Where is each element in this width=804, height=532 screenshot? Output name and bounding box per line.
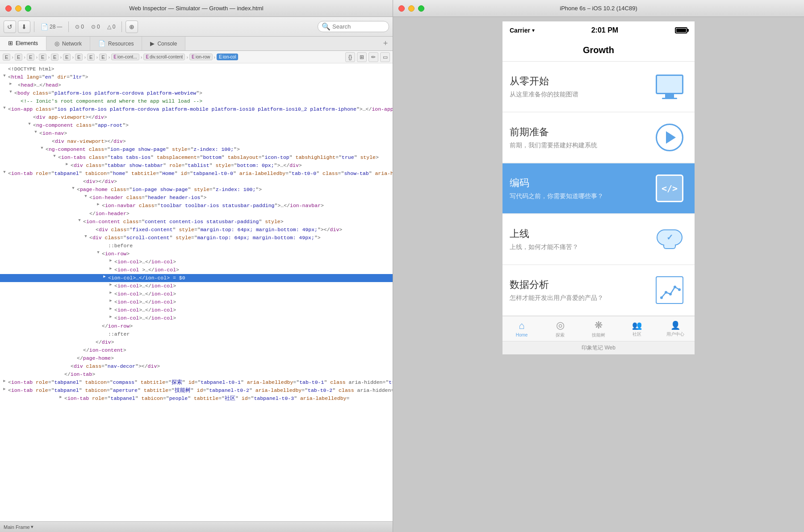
collapse-toggle[interactable]: ▶ xyxy=(58,395,63,400)
download-button[interactable]: ⬇ xyxy=(18,21,30,33)
code-line[interactable]: <!-- Ionic's root component and where th… xyxy=(0,97,393,105)
collapse-toggle[interactable]: ▼ xyxy=(8,89,13,95)
collapse-toggle[interactable]: ▶ xyxy=(108,306,113,312)
code-line[interactable]: </ion-header> xyxy=(0,210,393,218)
code-line[interactable]: <div app-viewport></div> xyxy=(0,113,393,121)
code-line[interactable]: ▼ <ion-tabs class="tabs tabs-ios" tabspl… xyxy=(0,154,393,162)
collapse-toggle[interactable]: ▼ xyxy=(33,129,38,135)
pencil-button[interactable]: ✏ xyxy=(368,52,378,62)
breadcrumb-item-7[interactable]: E xyxy=(87,54,95,61)
add-tab-button[interactable]: + xyxy=(378,37,393,50)
code-line[interactable]: ▼ <ion-content class="content content-io… xyxy=(0,218,393,226)
collapse-toggle[interactable]: ▼ xyxy=(83,194,88,199)
collapse-toggle[interactable]: ▶ xyxy=(108,266,113,271)
collapse-toggle[interactable]: ▼ xyxy=(83,234,88,239)
code-line[interactable]: <div class="fixed-content" style="margin… xyxy=(0,226,393,234)
collapse-toggle[interactable]: ▶ xyxy=(64,162,70,167)
code-line[interactable]: ▶ <div class="tabbar show-tabbar" role="… xyxy=(0,162,393,170)
tab-resources[interactable]: 📄 Resources xyxy=(90,37,142,50)
tab-elements[interactable]: ⊞ Elements xyxy=(0,37,46,50)
breadcrumb-item-1[interactable]: E xyxy=(15,54,22,61)
breadcrumb-item-6[interactable]: E xyxy=(75,54,83,61)
collapse-toggle[interactable]: ▶ xyxy=(108,298,113,303)
dropdown-chevron[interactable]: ▾ xyxy=(31,524,34,530)
collapse-toggle[interactable]: ▼ xyxy=(71,186,76,191)
code-line[interactable]: ▼ <ion-app class="ios platform-ios platf… xyxy=(0,105,393,113)
collapse-toggle[interactable]: ▼ xyxy=(77,218,82,223)
collapse-toggle[interactable]: ▶ xyxy=(108,282,113,287)
code-line[interactable]: ▼ <ion-nav> xyxy=(0,129,393,137)
code-line[interactable]: ::after xyxy=(0,330,393,338)
code-line[interactable]: ▼ <ng-component class="app-root"> xyxy=(0,121,393,129)
collapse-toggle[interactable]: ▶ xyxy=(108,290,113,295)
selected-code-line[interactable]: ▶ <ion-col>…</ion-col> = $0 xyxy=(0,274,393,282)
code-line[interactable]: <div></div> xyxy=(0,178,393,186)
code-line[interactable]: </page-home> xyxy=(0,354,393,362)
collapse-toggle[interactable]: ▶ xyxy=(96,202,101,207)
collapse-toggle[interactable]: ▶ xyxy=(2,378,7,384)
code-line[interactable]: ▼ <ion-tab role="tabpanel" tabicon="home… xyxy=(0,170,393,178)
code-line[interactable]: ▶ <ion-col>…</ion-col> xyxy=(0,306,393,314)
course-card-3[interactable]: 上线 上线，如何才能不痛苦？ ✓ xyxy=(502,214,695,264)
collapse-toggle[interactable]: ▼ xyxy=(2,105,7,111)
tab-skilltree[interactable]: ❋ 技能树 xyxy=(579,316,618,341)
breadcrumb-item-4[interactable]: E xyxy=(51,54,59,61)
breadcrumb-item-2[interactable]: E xyxy=(27,54,34,61)
code-line[interactable]: ▼ <page-home class="ion-page show-page" … xyxy=(0,186,393,194)
code-line[interactable]: ▶ <ion-col>…</ion-col> xyxy=(0,290,393,298)
code-line[interactable]: <div class="nav-decor"></div> xyxy=(0,362,393,370)
reload-button[interactable]: ↺ xyxy=(4,21,16,33)
code-line[interactable]: ::before xyxy=(0,242,393,250)
breadcrumb-item-0[interactable]: E xyxy=(3,54,10,61)
tab-network[interactable]: ◎ Network xyxy=(46,37,90,50)
collapse-toggle[interactable]: ▶ xyxy=(108,258,113,263)
code-line[interactable]: ▶ <ion-tab role="tabpanel" tabicon="aper… xyxy=(0,387,393,395)
collapse-toggle[interactable]: ▼ xyxy=(39,145,45,151)
tab-console[interactable]: ▶ Console xyxy=(142,37,185,50)
code-line[interactable]: ▶ <ion-navbar class="toolbar toolbar-ios… xyxy=(0,202,393,210)
collapse-toggle[interactable]: ▼ xyxy=(52,154,57,159)
grid-view-button[interactable]: ⊞ xyxy=(357,52,367,62)
breadcrumb-item-5[interactable]: E xyxy=(63,54,71,61)
code-line[interactable]: ▶ <ion-tab role="tabpanel" tabicon="peop… xyxy=(0,395,393,403)
code-line[interactable]: ▼ <div class="scroll-content" style="mar… xyxy=(0,234,393,242)
collapse-toggle[interactable]: ▼ xyxy=(2,73,7,79)
course-card-0[interactable]: 从零开始 从这里准备你的技能图谱 xyxy=(502,62,695,112)
panel-button[interactable]: ▭ xyxy=(380,52,390,62)
code-line[interactable]: ▼ <html lang="en" dir="ltr"> xyxy=(0,73,393,81)
collapse-toggle[interactable]: ▶ xyxy=(102,274,107,279)
breadcrumb-item-3[interactable]: E xyxy=(39,54,46,61)
code-toggle-button[interactable]: {} xyxy=(345,52,355,62)
search-input[interactable] xyxy=(332,23,385,30)
code-line[interactable]: ▼ <ion-row> xyxy=(0,250,393,258)
sim-close-button[interactable] xyxy=(398,5,405,12)
tab-explore[interactable]: ◎ 探索 xyxy=(541,316,579,341)
collapse-toggle[interactable]: ▶ xyxy=(2,387,7,392)
code-line[interactable]: ▼ <ng-component class="ion-page show-pag… xyxy=(0,145,393,154)
tab-home[interactable]: ⌂ Home xyxy=(502,316,541,341)
crosshair-button[interactable]: ⊕ xyxy=(126,21,138,33)
code-line[interactable]: </ion-content> xyxy=(0,346,393,354)
course-card-4[interactable]: 数据分析 怎样才能开发出用户喜爱的产品？ xyxy=(502,265,695,315)
app-content[interactable]: 从零开始 从这里准备你的技能图谱 前期准备 xyxy=(502,62,695,316)
code-line[interactable]: ▶ <ion-col>…</ion-col> xyxy=(0,258,393,266)
breadcrumb-item-ion-cont[interactable]: E ion-cont... xyxy=(111,54,139,60)
code-line[interactable]: ▶ <ion-col>…</ion-col> xyxy=(0,314,393,322)
course-card-2[interactable]: 编码 写代码之前，你需要知道哪些事？ </> xyxy=(502,163,695,213)
code-line[interactable]: ▶ <head>…</head> xyxy=(0,81,393,89)
close-button[interactable] xyxy=(5,5,12,12)
collapse-toggle[interactable]: ▶ xyxy=(8,81,13,87)
code-line[interactable]: </div> xyxy=(0,338,393,346)
breadcrumb-item-scroll-content[interactable]: E div.scroll-content xyxy=(143,54,185,60)
maximize-button[interactable] xyxy=(25,5,31,12)
breadcrumb-item-ion-row[interactable]: E ion-row xyxy=(189,54,212,60)
code-line[interactable]: <!DOCTYPE html> xyxy=(0,65,393,73)
sim-minimize-button[interactable] xyxy=(408,5,415,12)
code-line[interactable]: ▼ <ion-header class="header header-ios"> xyxy=(0,194,393,202)
code-line[interactable]: ▶ <ion-col >…</ion-col> xyxy=(0,266,393,274)
breadcrumb-item-8[interactable]: E xyxy=(99,54,107,61)
collapse-toggle[interactable]: ▶ xyxy=(108,314,113,320)
collapse-toggle[interactable]: ▼ xyxy=(96,250,101,255)
collapse-toggle[interactable]: ▼ xyxy=(27,121,32,127)
code-line[interactable]: ▶ <ion-tab role="tabpanel" tabicon="comp… xyxy=(0,378,393,387)
